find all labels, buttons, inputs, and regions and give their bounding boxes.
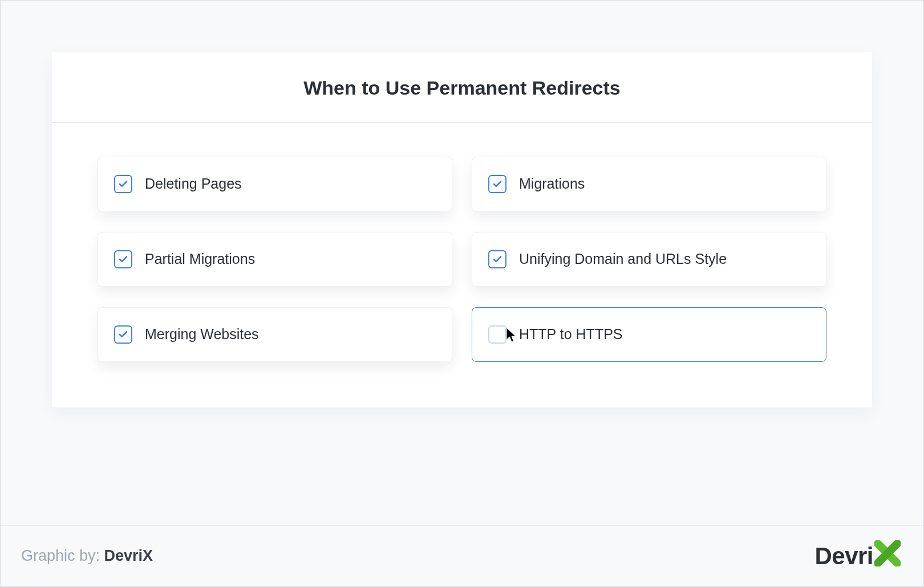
brand-x-icon [874,540,901,572]
credit-line: Graphic by: DevriX [21,547,153,565]
card-title: When to Use Permanent Redirects [63,77,861,99]
brand-text: Devri [814,543,873,570]
checkbox-icon[interactable] [488,250,506,268]
option-migrations[interactable]: Migrations [472,157,826,211]
brand-logo: Devri [814,540,901,572]
footer: Graphic by: DevriX Devri [1,525,923,586]
checkbox-icon[interactable] [114,250,132,268]
option-label: Merging Websites [145,325,259,343]
content-card: When to Use Permanent Redirects Deleting… [52,52,872,407]
option-partial-migrations[interactable]: Partial Migrations [98,232,452,287]
card-header: When to Use Permanent Redirects [52,52,872,123]
option-label: Deleting Pages [145,175,242,193]
option-merging-websites[interactable]: Merging Websites [98,307,452,362]
graphic-frame: When to Use Permanent Redirects Deleting… [0,0,924,587]
option-unifying-domain-urls[interactable]: Unifying Domain and URLs Style [472,232,826,287]
checkbox-icon[interactable] [114,175,132,193]
checkbox-icon[interactable] [114,325,132,344]
option-deleting-pages[interactable]: Deleting Pages [98,157,452,211]
option-label: Partial Migrations [145,250,255,268]
credit-name: DevriX [104,547,153,564]
option-http-to-https[interactable]: HTTP to HTTPS [472,307,826,362]
checkbox-icon[interactable] [488,325,506,344]
options-grid: Deleting Pages Migrations Partial Migrat… [98,157,826,362]
main-area: When to Use Permanent Redirects Deleting… [1,1,923,525]
option-label: Unifying Domain and URLs Style [519,250,727,268]
checkbox-icon[interactable] [488,175,506,193]
option-label: Migrations [519,175,585,193]
credit-prefix: Graphic by: [21,547,104,564]
cursor-icon [505,327,518,343]
card-body: Deleting Pages Migrations Partial Migrat… [52,123,872,407]
option-label: HTTP to HTTPS [519,325,623,343]
